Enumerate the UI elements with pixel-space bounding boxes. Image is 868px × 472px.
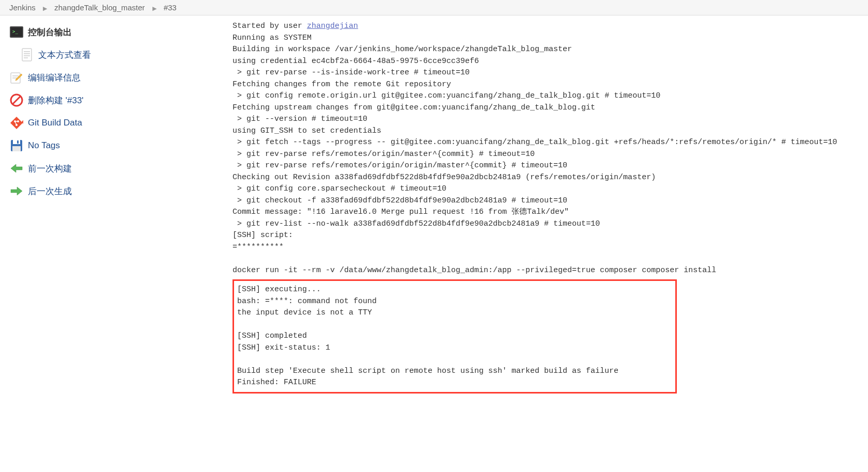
- sidebar-item-console-output[interactable]: >_ 控制台输出: [0, 21, 227, 43]
- chevron-right-icon: ▶: [152, 5, 157, 11]
- content-area: Started by user zhangdejian Running as S…: [227, 15, 868, 399]
- sidebar-item-next-build[interactable]: 后一次生成: [0, 180, 227, 202]
- edit-icon: [9, 70, 24, 85]
- terminal-icon: >_: [9, 25, 24, 39]
- svg-rect-20: [13, 140, 20, 144]
- sidebar-item-plain-text[interactable]: 文本方式查看: [0, 43, 227, 66]
- sidebar-item-git-build-data[interactable]: Git Build Data: [0, 112, 227, 134]
- arrow-right-icon: [9, 184, 24, 198]
- svg-rect-3: [22, 49, 32, 61]
- console-output: Started by user zhangdejian Running as S…: [233, 21, 847, 276]
- sidebar-item-label: Git Build Data: [28, 118, 82, 128]
- sidebar-item-label: 后一次生成: [28, 185, 72, 197]
- sidebar-item-label: 控制台输出: [28, 26, 72, 38]
- console-line: Started by user: [233, 22, 307, 30]
- sidebar-item-label: 删除构建 '#33': [28, 95, 84, 106]
- breadcrumb: Jenkins ▶ zhangdeTalk_blog_master ▶ #33: [0, 0, 868, 15]
- console-error-block: [SSH] executing... bash: =****: command …: [233, 279, 677, 394]
- svg-rect-22: [12, 146, 21, 151]
- git-icon: [9, 116, 24, 130]
- save-icon: [9, 138, 24, 153]
- svg-text:>_: >_: [12, 29, 18, 34]
- document-icon: [20, 48, 34, 62]
- sidebar-item-delete-build[interactable]: 删除构建 '#33': [0, 89, 227, 112]
- svg-line-12: [13, 97, 20, 104]
- sidebar-item-previous-build[interactable]: 前一次构建: [0, 157, 227, 180]
- arrow-left-icon: [9, 161, 24, 176]
- sidebar-item-label: 编辑编译信息: [28, 72, 81, 84]
- sidebar-item-no-tags[interactable]: No Tags: [0, 134, 227, 157]
- sidebar-item-label: No Tags: [28, 140, 60, 151]
- breadcrumb-build[interactable]: #33: [164, 3, 177, 12]
- user-link[interactable]: zhangdejian: [307, 22, 358, 30]
- sidebar-item-label: 文本方式查看: [38, 49, 91, 61]
- delete-icon: [9, 93, 24, 107]
- chevron-right-icon: ▶: [43, 5, 47, 11]
- sidebar-item-label: 前一次构建: [28, 163, 72, 175]
- sidebar: >_ 控制台输出 文本方式查看 编辑编译信息 删除构建 '#33': [0, 15, 227, 399]
- breadcrumb-project[interactable]: zhangdeTalk_blog_master: [54, 3, 145, 12]
- svg-rect-21: [17, 140, 19, 144]
- sidebar-item-edit-build-info[interactable]: 编辑编译信息: [0, 66, 227, 89]
- breadcrumb-jenkins[interactable]: Jenkins: [9, 3, 36, 12]
- console-body: Running as SYSTEM Building in workspace …: [233, 34, 837, 275]
